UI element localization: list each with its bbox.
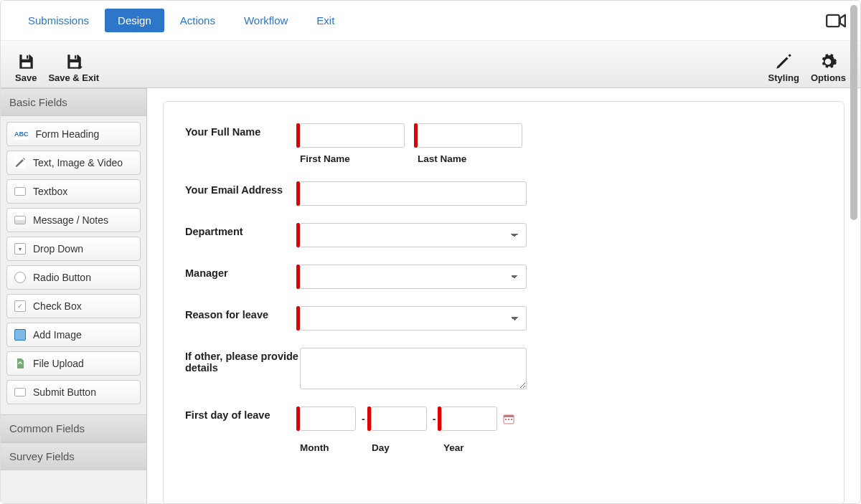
other-details-textarea[interactable] [300, 348, 527, 389]
calendar-icon[interactable] [503, 413, 514, 424]
save-label: Save [15, 72, 37, 83]
field-item-radio-button[interactable]: Radio Button [6, 265, 141, 290]
sidebar-header-common[interactable]: Common Fields [1, 414, 146, 442]
sublabel-day: Day [372, 442, 428, 453]
row-full-name: Your Full Name First Name Last Name [185, 123, 822, 164]
svg-rect-7 [511, 419, 512, 420]
top-tabbar: Submissions Design Actions Workflow Exit [1, 1, 860, 41]
save-exit-button[interactable]: Save & Exit [48, 52, 99, 83]
svg-rect-1 [22, 62, 31, 67]
svg-rect-5 [505, 419, 507, 420]
dropdown-icon [14, 243, 26, 255]
row-manager: Manager [185, 265, 822, 289]
required-indicator [438, 406, 441, 431]
image-icon [14, 329, 26, 341]
svg-rect-4 [504, 415, 514, 417]
gear-icon [819, 52, 837, 71]
styling-label: Styling [768, 72, 799, 83]
sidebar-header-basic[interactable]: Basic Fields [1, 88, 146, 116]
label-other: If other, please provide details [185, 348, 300, 374]
save-exit-icon [65, 52, 83, 71]
sidebar-header-survey[interactable]: Survey Fields [1, 442, 146, 470]
date-separator: - [362, 413, 365, 424]
svg-rect-2 [70, 62, 78, 67]
save-button[interactable]: Save [15, 52, 37, 83]
field-item-textbox[interactable]: Textbox [6, 179, 141, 204]
field-item-submit-button[interactable]: Submit Button [6, 380, 141, 404]
styling-button[interactable]: Styling [768, 52, 799, 83]
required-indicator [414, 123, 418, 148]
month-input[interactable] [300, 406, 356, 431]
row-first-day: First day of leave - - [185, 406, 822, 453]
row-other-details: If other, please provide details [185, 348, 822, 389]
label-full-name: Your Full Name [185, 123, 300, 138]
label-reason: Reason for leave [185, 306, 300, 320]
scrollbar[interactable] [850, 5, 857, 220]
basic-fields-list: ABC Form Heading Text, Image & Video Tex… [1, 116, 146, 414]
field-item-label: Add Image [33, 329, 82, 341]
field-item-check-box[interactable]: Check Box [6, 294, 141, 318]
first-name-input[interactable] [300, 123, 405, 148]
upload-icon [14, 358, 26, 369]
sublabel-month: Month [300, 442, 356, 453]
video-icon[interactable] [826, 14, 846, 28]
field-item-text-image-video[interactable]: Text, Image & Video [6, 151, 141, 175]
email-input[interactable] [300, 181, 527, 206]
field-item-file-upload[interactable]: File Upload [6, 351, 141, 376]
field-item-label: Textbox [33, 186, 67, 197]
tab-submissions[interactable]: Submissions [15, 9, 102, 32]
field-item-label: Message / Notes [33, 214, 108, 226]
field-item-label: Form Heading [36, 128, 100, 140]
field-item-label: File Upload [33, 358, 84, 369]
sublabel-year: Year [443, 442, 499, 453]
row-email: Your Email Address [185, 181, 822, 206]
date-separator: - [433, 413, 436, 424]
tab-exit[interactable]: Exit [304, 9, 347, 32]
tab-design[interactable]: Design [105, 9, 164, 32]
department-select[interactable] [300, 223, 527, 247]
year-input[interactable] [441, 406, 497, 431]
required-indicator [296, 406, 300, 431]
form-canvas[interactable]: Your Full Name First Name Last Name [163, 101, 844, 504]
main-area: Basic Fields ABC Form Heading Text, Imag… [1, 88, 860, 504]
submit-icon [14, 388, 26, 396]
field-item-label: Radio Button [33, 272, 91, 283]
row-department: Department [185, 223, 822, 247]
field-item-label: Check Box [33, 300, 82, 312]
sublabel-last-name: Last Name [418, 153, 522, 164]
row-reason: Reason for leave [185, 306, 822, 331]
save-icon [17, 52, 35, 71]
day-input[interactable] [371, 406, 427, 431]
field-item-label: Submit Button [33, 386, 96, 398]
textbox-icon [14, 187, 26, 196]
sublabel-first-name: First Name [300, 153, 405, 164]
required-indicator [296, 223, 300, 247]
edit-icon [14, 157, 26, 168]
pencil-icon [774, 52, 793, 71]
tab-actions[interactable]: Actions [167, 9, 228, 32]
field-item-label: Drop Down [33, 243, 83, 255]
last-name-input[interactable] [418, 123, 522, 148]
required-indicator [296, 265, 300, 289]
reason-select[interactable] [300, 306, 527, 331]
canvas-wrap: Your Full Name First Name Last Name [147, 88, 860, 504]
tab-workflow[interactable]: Workflow [231, 9, 301, 32]
radio-icon [14, 272, 26, 283]
options-button[interactable]: Options [811, 52, 846, 83]
required-indicator [367, 406, 371, 431]
field-item-message-notes[interactable]: Message / Notes [6, 208, 141, 232]
field-item-drop-down[interactable]: Drop Down [6, 237, 141, 261]
required-indicator [296, 123, 300, 148]
manager-select[interactable] [300, 265, 527, 289]
sidebar: Basic Fields ABC Form Heading Text, Imag… [1, 88, 147, 504]
message-icon [14, 216, 26, 224]
field-item-form-heading[interactable]: ABC Form Heading [6, 122, 141, 146]
svg-rect-0 [827, 14, 839, 26]
required-indicator [296, 181, 300, 206]
label-email: Your Email Address [185, 181, 300, 196]
abc-icon: ABC [14, 128, 29, 140]
svg-rect-6 [508, 419, 509, 420]
label-manager: Manager [185, 265, 300, 279]
field-item-add-image[interactable]: Add Image [6, 323, 141, 347]
checkbox-icon [14, 300, 26, 312]
